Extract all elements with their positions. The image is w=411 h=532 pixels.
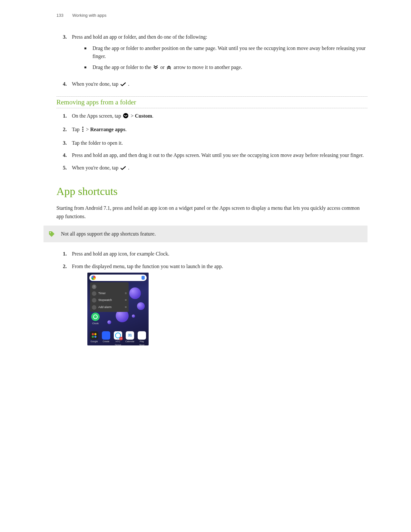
- popup-row: Add alarm=: [90, 304, 129, 311]
- list-text: When you're done, tap .: [72, 164, 367, 173]
- clock-app: Clock: [91, 313, 100, 325]
- list-text: Tap > Rearrange apps.: [72, 126, 367, 135]
- heading-app-shortcuts: App shortcuts: [56, 185, 367, 198]
- list-number: 4.: [63, 80, 72, 89]
- tag-icon: [48, 230, 55, 237]
- double-chevron-up-icon: [166, 64, 171, 73]
- wallpaper-bubble: [129, 287, 141, 299]
- list-item: 5. When you're done, tap .: [63, 164, 367, 173]
- alarm-icon: [92, 305, 96, 310]
- google-logo-icon: [91, 276, 96, 280]
- popup-row: Timer=: [90, 290, 129, 297]
- bullet-item: ■ Drag the app or folder to another posi…: [84, 44, 367, 61]
- clock-icon: [91, 313, 100, 321]
- list-text: Press and hold an app or folder, and the…: [72, 33, 367, 76]
- list-item: 3. Tap the folder to open it.: [63, 139, 367, 147]
- info-icon: i: [92, 285, 96, 289]
- dock-app: 4HTC Sense Companion: [113, 331, 123, 345]
- list-text: From the displayed menu, tap the functio…: [72, 263, 367, 345]
- dock: Google Create 4HTC Sense Companion 31Cal…: [89, 331, 147, 344]
- ordered-list-top: 3. Press and hold an app or folder, and …: [63, 33, 367, 89]
- calendar-icon: 31: [126, 331, 134, 340]
- ordered-list-removing: 1. On the Apps screen, tap > Custom. 2. …: [63, 112, 367, 173]
- list-number: 3.: [63, 33, 72, 76]
- header-section-title: Working with apps: [72, 13, 106, 18]
- list-text: Tap the folder to open it.: [72, 139, 367, 147]
- dock-app: Google: [89, 331, 99, 343]
- popup-row: Stopwatch=: [90, 297, 129, 304]
- list-number: 4.: [63, 151, 72, 160]
- microphone-icon: [142, 276, 145, 280]
- sense-companion-icon: 4: [114, 331, 122, 340]
- double-chevron-down-icon: [153, 64, 158, 73]
- bullet-marker: ■: [84, 44, 93, 61]
- list-item: 3. Press and hold an app or folder, and …: [63, 33, 367, 76]
- list-item: 2. From the displayed menu, tap the func…: [63, 263, 367, 345]
- list-text: Press and hold an app, and then drag it …: [72, 151, 367, 160]
- popup-info-row: i: [90, 284, 129, 290]
- google-folder-icon: [90, 331, 98, 340]
- list-number: 1.: [63, 112, 72, 121]
- page-number: 133: [56, 13, 64, 18]
- dock-app: Create: [101, 331, 111, 343]
- wallpaper-bubble: [137, 302, 145, 310]
- wallpaper-bubble: [107, 320, 111, 324]
- bullet-marker: ■: [84, 63, 93, 73]
- list-number: 2.: [63, 263, 72, 345]
- dock-app: Play Store: [137, 331, 147, 345]
- svg-point-4: [50, 232, 51, 233]
- checkmark-icon: [120, 165, 126, 173]
- list-item: 1. On the Apps screen, tap > Custom.: [63, 112, 367, 121]
- more-vertical-icon: [82, 126, 84, 135]
- bullet-list: ■ Drag the app or folder to another posi…: [84, 44, 367, 73]
- note-box: Not all apps support the app shortcuts f…: [44, 226, 367, 242]
- list-number: 1.: [63, 250, 72, 258]
- note-text: Not all apps support the app shortcuts f…: [61, 230, 363, 238]
- stopwatch-icon: [92, 298, 96, 303]
- dock-app: 31Calendar: [125, 331, 135, 343]
- page-content: 3. Press and hold an app or folder, and …: [56, 33, 367, 345]
- dropdown-circle-icon: [123, 113, 129, 121]
- timer-icon: [92, 291, 96, 296]
- shortcut-popup: i Timer= Stopwatch= Add alarm=: [90, 282, 129, 312]
- bullet-text: Drag the app or folder to another positi…: [93, 44, 367, 61]
- list-number: 2.: [63, 126, 72, 135]
- list-item: 1. Press and hold an app icon, for examp…: [63, 250, 367, 258]
- search-bar: [89, 275, 147, 281]
- list-text: When you're done, tap .: [72, 80, 367, 89]
- svg-point-2: [82, 129, 83, 130]
- page-header: 133 Working with apps: [56, 13, 367, 18]
- list-text: Press and hold an app icon, for example …: [72, 250, 367, 258]
- bullet-item: ■ Drag the app or folder to the or: [84, 63, 367, 73]
- checkmark-icon: [120, 81, 126, 89]
- create-folder-icon: [102, 331, 110, 340]
- list-number: 5.: [63, 164, 72, 173]
- svg-point-1: [82, 127, 83, 128]
- ordered-list-shortcuts: 1. Press and hold an app icon, for examp…: [63, 250, 367, 345]
- bullet-text: Drag the app or folder to the or arrow t…: [93, 63, 367, 73]
- intro-paragraph: Starting from Android 7.1, press and hol…: [56, 204, 367, 220]
- list-item: 4. Press and hold an app, and then drag …: [63, 151, 367, 160]
- document-page: 133 Working with apps 3. Press and hold …: [0, 0, 411, 532]
- list-item: 4. When you're done, tap .: [63, 80, 367, 89]
- list-number: 3.: [63, 139, 72, 147]
- list-item: 2. Tap > Rearrange apps.: [63, 126, 367, 135]
- heading-removing-apps: Removing apps from a folder: [56, 96, 367, 108]
- clock-label: Clock: [91, 322, 100, 325]
- notification-badge: 4: [119, 337, 123, 340]
- play-store-icon: [138, 331, 146, 340]
- list-text: On the Apps screen, tap > Custom.: [72, 112, 367, 121]
- example-screenshot: i Timer= Stopwatch= Add alarm= Clock Goo…: [87, 273, 149, 345]
- wallpaper-bubble: [132, 314, 135, 318]
- svg-point-0: [123, 113, 128, 118]
- svg-point-3: [82, 131, 83, 132]
